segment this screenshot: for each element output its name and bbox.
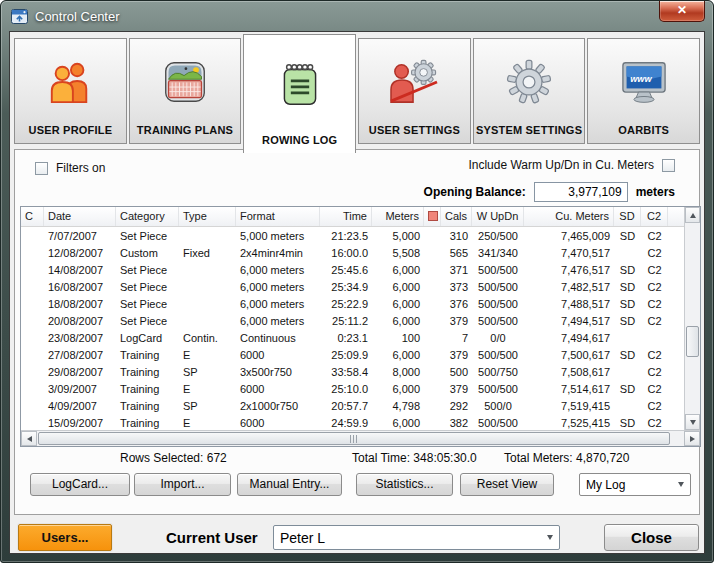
table-cell [424, 262, 441, 279]
table-cell: 25:22.9 [320, 296, 372, 313]
triangle-left-icon [27, 436, 32, 442]
opening-balance-row: Opening Balance: meters [424, 182, 675, 202]
column-header[interactable]: Meters [372, 207, 424, 226]
column-header[interactable]: W UpDn [472, 207, 524, 226]
filters-on-checkbox[interactable] [35, 162, 48, 175]
include-warmup-checkbox[interactable] [662, 159, 675, 172]
users-button[interactable]: Users... [18, 524, 112, 551]
opening-balance-units: meters [636, 185, 675, 199]
table-cell: 6000 [236, 347, 320, 364]
table-cell: C2 [641, 296, 668, 313]
scroll-up-button[interactable] [685, 207, 700, 223]
table-cell [641, 330, 668, 347]
horizontal-scrollbar[interactable] [21, 430, 700, 446]
include-warmup-label: Include Warm Up/Dn in Cu. Meters [468, 158, 654, 172]
table-cell: 25:34.9 [320, 279, 372, 296]
reset-view-button[interactable]: Reset View [460, 473, 554, 496]
column-header-flag[interactable] [424, 207, 441, 226]
table-cell: SP [179, 364, 236, 381]
table-row[interactable]: 27/08/2007TrainingE600025:09.96,00037950… [21, 347, 684, 364]
column-header[interactable]: Time [320, 207, 372, 226]
column-header[interactable]: Date [44, 207, 116, 226]
log-table: CDateCategoryTypeFormatTimeMetersCalsW U… [20, 206, 701, 447]
tab-oarbits[interactable]: www OARBITS [587, 38, 700, 144]
table-cell: 7 [441, 330, 472, 347]
table-row[interactable]: 16/08/2007Set Piece6,000 meters25:34.96,… [21, 279, 684, 296]
table-cell [424, 228, 441, 245]
table-cell [179, 313, 236, 330]
tab-system-settings[interactable]: SYSTEM SETTINGS [473, 38, 586, 144]
table-cell [424, 279, 441, 296]
table-row[interactable]: 15/09/2007TrainingE600024:59.96,00038250… [21, 415, 684, 430]
table-cell: 7,508,617 [524, 364, 614, 381]
column-header[interactable]: Category [116, 207, 179, 226]
table-row[interactable]: 12/08/2007CustomFixed2x4minr4min16:00.05… [21, 245, 684, 262]
grip-icon [350, 435, 359, 443]
tab-training-plans[interactable]: TRAINING PLANS [129, 38, 242, 144]
log-select-value: My Log [580, 478, 672, 492]
table-cell [424, 245, 441, 262]
tab-user-profile[interactable]: USER PROFILE [14, 38, 127, 144]
dialog-body: USER PROFILE TRAINING PLANS [9, 31, 705, 554]
column-header[interactable]: C2 [641, 207, 668, 226]
table-cell: 6,000 [372, 262, 424, 279]
column-header[interactable]: C [21, 207, 44, 226]
table-cell [21, 279, 44, 296]
vertical-scroll-thumb[interactable] [686, 326, 699, 357]
opening-balance-input[interactable] [534, 182, 628, 202]
tab-rowing-log[interactable]: ROWING LOG [243, 34, 356, 153]
import-button[interactable]: Import... [134, 473, 231, 496]
table-cell: 4,798 [372, 398, 424, 415]
triangle-up-icon [690, 213, 696, 218]
table-row[interactable]: 14/08/2007Set Piece6,000 meters25:45.66,… [21, 262, 684, 279]
user-profile-icon [47, 39, 93, 124]
rowing-log-icon [278, 35, 322, 134]
table-row[interactable]: 18/08/2007Set Piece6,000 meters25:22.96,… [21, 296, 684, 313]
table-cell [179, 279, 236, 296]
filters-on-control: Filters on [35, 161, 105, 175]
table-cell: 7/07/2007 [44, 228, 116, 245]
vertical-scrollbar[interactable] [684, 207, 700, 430]
logcard-button[interactable]: LogCard... [30, 473, 130, 496]
column-header[interactable]: Cals [441, 207, 472, 226]
scroll-right-button[interactable] [684, 431, 700, 446]
column-header[interactable]: Cu. Meters [524, 207, 614, 226]
table-row[interactable]: 3/09/2007TrainingE600025:10.06,000379500… [21, 381, 684, 398]
column-header[interactable]: Format [236, 207, 320, 226]
table-row[interactable]: 29/08/2007TrainingSP3x500r75033:58.48,00… [21, 364, 684, 381]
current-user-select[interactable]: Peter L [273, 525, 560, 550]
total-time-stat: Total Time: 348:05:30.0 [352, 451, 477, 465]
table-cell: 5,508 [372, 245, 424, 262]
scroll-left-button[interactable] [21, 431, 37, 446]
table-cell: 7,494,617 [524, 330, 614, 347]
close-window-button[interactable]: ✕ [659, 1, 705, 22]
opening-balance-label: Opening Balance: [424, 185, 526, 199]
manual-entry-button[interactable]: Manual Entry... [237, 473, 342, 496]
statistics-button[interactable]: Statistics... [356, 473, 453, 496]
tab-label: USER SETTINGS [369, 124, 460, 136]
table-row[interactable]: 4/09/2007TrainingSP2x1000r75020:57.74,79… [21, 398, 684, 415]
table-cell [21, 398, 44, 415]
table-row[interactable]: 7/07/2007Set Piece5,000 meters21:23.55,0… [21, 228, 684, 245]
table-cell: 373 [441, 279, 472, 296]
table-cell: 0:23.1 [320, 330, 372, 347]
table-cell: 7,482,517 [524, 279, 614, 296]
scroll-down-button[interactable] [685, 414, 700, 430]
table-row[interactable]: 20/08/2007Set Piece6,000 meters25:11.26,… [21, 313, 684, 330]
table-cell: 379 [441, 313, 472, 330]
table-row[interactable]: 23/08/2007LogCardContin.Continuous0:23.1… [21, 330, 684, 347]
column-header[interactable]: SD [614, 207, 641, 226]
table-cell: 6,000 [372, 415, 424, 430]
table-body: 7/07/2007Set Piece5,000 meters21:23.55,0… [21, 228, 684, 430]
log-select[interactable]: My Log [579, 473, 691, 496]
column-header[interactable]: Type [179, 207, 236, 226]
close-button[interactable]: Close [604, 524, 699, 551]
table-cell: SD [614, 347, 641, 364]
tab-user-settings[interactable]: USER SETTINGS [358, 38, 471, 144]
table-cell: 4/09/2007 [44, 398, 116, 415]
table-cell: Set Piece [116, 228, 179, 245]
table-cell: 23/08/2007 [44, 330, 116, 347]
table-cell [179, 296, 236, 313]
table-cell: 500/750 [472, 364, 524, 381]
horizontal-scroll-thumb[interactable] [38, 432, 670, 445]
